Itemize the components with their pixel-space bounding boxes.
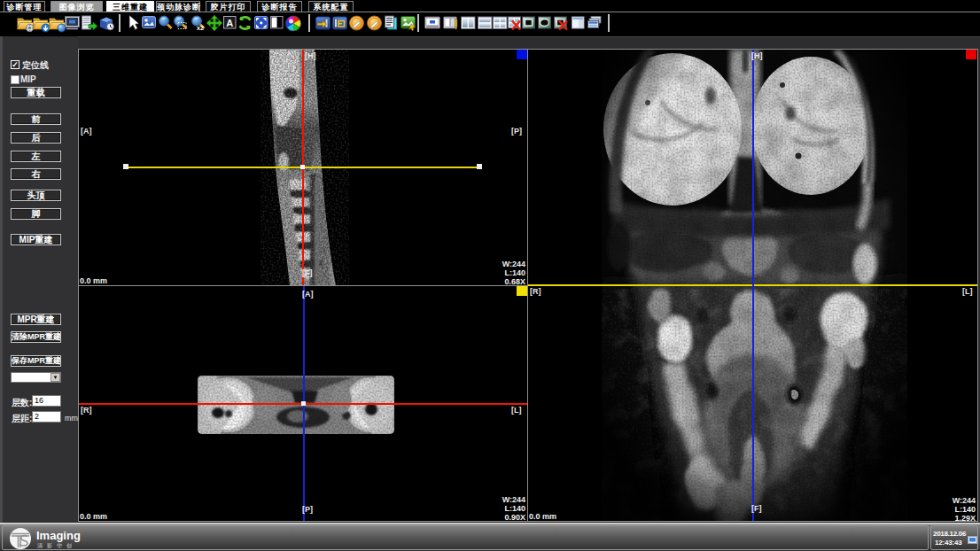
svg-text:A: A [226,18,233,28]
svg-text:x2: x2 [197,25,204,31]
